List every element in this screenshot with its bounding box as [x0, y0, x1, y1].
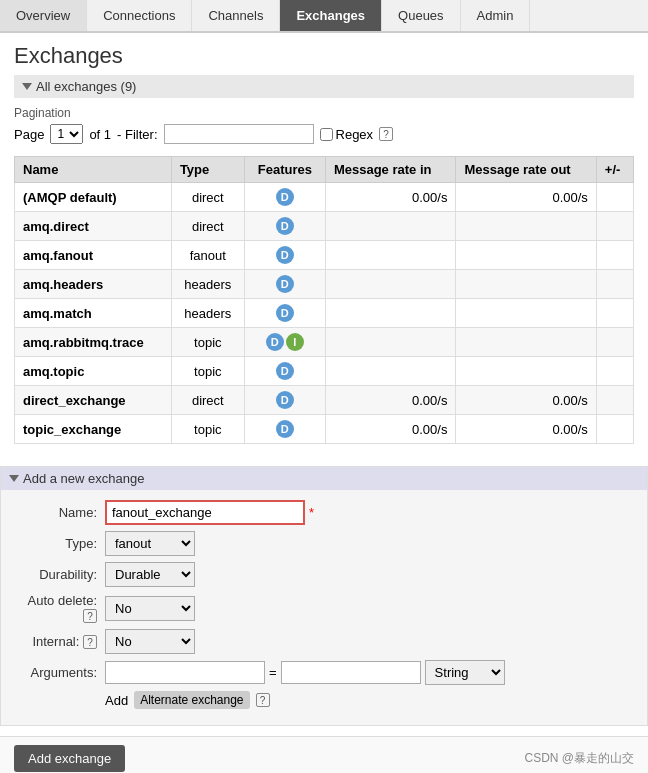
cell-rate-out: 0.00/s [456, 386, 596, 415]
cell-rate-out: 0.00/s [456, 183, 596, 212]
table-row: amq.headersheadersD [15, 270, 634, 299]
durability-select[interactable]: Durable Transient [105, 562, 195, 587]
cell-action [596, 386, 633, 415]
auto-delete-select[interactable]: No Yes [105, 596, 195, 621]
col-rate-out: Message rate out [456, 157, 596, 183]
arguments-row: Arguments: = String Number Boolean [15, 660, 633, 685]
internal-row: Internal: ? No Yes [15, 629, 633, 654]
args-val-input[interactable] [281, 661, 421, 684]
filter-label: - Filter: [117, 127, 157, 142]
cell-type: direct [171, 183, 244, 212]
nav-channels[interactable]: Channels [192, 0, 280, 31]
regex-label: Regex [320, 127, 374, 142]
add-collapse-icon [9, 475, 19, 482]
table-row: amq.fanoutfanoutD [15, 241, 634, 270]
cell-features: D [244, 357, 325, 386]
page-select[interactable]: 1 [50, 124, 83, 144]
filter-input[interactable] [164, 124, 314, 144]
add-exchange-button[interactable]: Add exchange [14, 745, 125, 772]
cell-type: topic [171, 357, 244, 386]
cell-name[interactable]: (AMQP default) [15, 183, 172, 212]
all-exchanges-label: All exchanges (9) [36, 79, 136, 94]
cell-name[interactable]: direct_exchange [15, 386, 172, 415]
footer-credit: CSDN @暴走的山交 [524, 750, 634, 767]
arguments-label: Arguments: [15, 665, 105, 680]
cell-name[interactable]: amq.fanout [15, 241, 172, 270]
cell-features: D [244, 299, 325, 328]
cell-name[interactable]: amq.topic [15, 357, 172, 386]
nav-queues[interactable]: Queues [382, 0, 461, 31]
col-rate-in: Message rate in [325, 157, 456, 183]
cell-rate-in: 0.00/s [325, 415, 456, 444]
feature-badge-d: D [276, 304, 294, 322]
exchanges-table: Name Type Features Message rate in Messa… [14, 156, 634, 444]
add-exchange-header[interactable]: Add a new exchange [1, 467, 647, 490]
cell-action [596, 357, 633, 386]
regex-help-icon[interactable]: ? [379, 127, 393, 141]
feature-badge-d: D [276, 188, 294, 206]
table-row: direct_exchangedirectD0.00/s0.00/s [15, 386, 634, 415]
args-type-select[interactable]: String Number Boolean [425, 660, 505, 685]
table-row: (AMQP default)directD0.00/s0.00/s [15, 183, 634, 212]
feature-badge-d: D [266, 333, 284, 351]
table-row: amq.topictopicD [15, 357, 634, 386]
name-row: Name: * [15, 500, 633, 525]
all-exchanges-header[interactable]: All exchanges (9) [14, 75, 634, 98]
pagination-label: Pagination [14, 106, 634, 120]
internal-help-icon[interactable]: ? [83, 635, 97, 649]
alt-exchange-label[interactable]: Alternate exchange [134, 691, 249, 709]
pagination-row: Page 1 of 1 - Filter: Regex ? [14, 124, 634, 144]
internal-label: Internal: ? [15, 634, 105, 649]
auto-delete-row: Auto delete: ? No Yes [15, 593, 633, 623]
cell-action [596, 415, 633, 444]
nav-exchanges[interactable]: Exchanges [280, 0, 382, 31]
footer-bar: Add exchange CSDN @暴走的山交 [0, 736, 648, 773]
cell-action [596, 183, 633, 212]
cell-features: D [244, 241, 325, 270]
table-row: amq.directdirectD [15, 212, 634, 241]
regex-checkbox[interactable] [320, 128, 333, 141]
name-field-label: Name: [15, 505, 105, 520]
table-row: topic_exchangetopicD0.00/s0.00/s [15, 415, 634, 444]
nav-overview[interactable]: Overview [0, 0, 87, 31]
cell-type: direct [171, 212, 244, 241]
cell-rate-in [325, 241, 456, 270]
col-actions: +/- [596, 157, 633, 183]
table-row: amq.rabbitmq.tracetopicDI [15, 328, 634, 357]
cell-name[interactable]: topic_exchange [15, 415, 172, 444]
cell-features: D [244, 270, 325, 299]
cell-rate-in [325, 299, 456, 328]
cell-type: direct [171, 386, 244, 415]
cell-name[interactable]: amq.headers [15, 270, 172, 299]
type-field-label: Type: [15, 536, 105, 551]
cell-action [596, 299, 633, 328]
durability-row: Durability: Durable Transient [15, 562, 633, 587]
feature-badge-d: D [276, 246, 294, 264]
alt-exchange-row: Add Alternate exchange ? [105, 691, 633, 709]
nav-admin[interactable]: Admin [461, 0, 531, 31]
cell-type: topic [171, 415, 244, 444]
alt-help-icon[interactable]: ? [256, 693, 270, 707]
cell-rate-out: 0.00/s [456, 415, 596, 444]
cell-action [596, 270, 633, 299]
page-label: Page [14, 127, 44, 142]
cell-name[interactable]: amq.direct [15, 212, 172, 241]
col-name: Name [15, 157, 172, 183]
cell-action [596, 241, 633, 270]
cell-type: headers [171, 299, 244, 328]
internal-select[interactable]: No Yes [105, 629, 195, 654]
cell-features: D [244, 183, 325, 212]
nav-connections[interactable]: Connections [87, 0, 192, 31]
col-type: Type [171, 157, 244, 183]
cell-name[interactable]: amq.match [15, 299, 172, 328]
args-key-input[interactable] [105, 661, 265, 684]
type-select[interactable]: direct fanout headers topic [105, 531, 195, 556]
name-input[interactable] [105, 500, 305, 525]
cell-rate-in [325, 328, 456, 357]
page-title: Exchanges [14, 43, 634, 69]
add-exchange-section: Add a new exchange Name: * Type: direct … [0, 466, 648, 726]
cell-type: headers [171, 270, 244, 299]
cell-rate-out [456, 241, 596, 270]
cell-name[interactable]: amq.rabbitmq.trace [15, 328, 172, 357]
auto-delete-help-icon[interactable]: ? [83, 609, 97, 623]
